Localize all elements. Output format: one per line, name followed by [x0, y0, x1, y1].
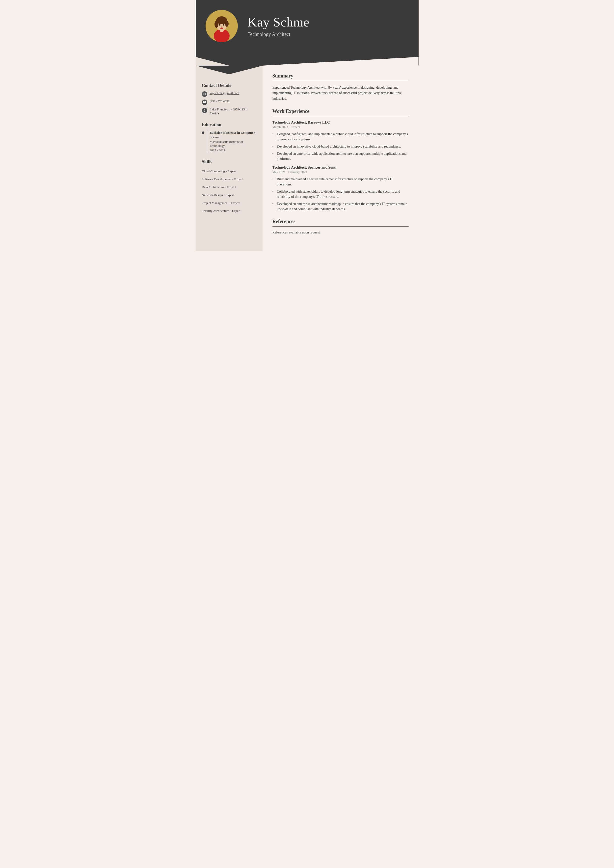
- header: Kay Schme Technology Architect: [196, 0, 418, 57]
- work-experience-section: Work Experience Technology Architect, Ba…: [272, 108, 409, 212]
- chevron-triangle: [196, 57, 263, 66]
- references-section: References References available upon req…: [272, 219, 409, 234]
- job-2: Technology Architect, Spencer and Sons M…: [272, 165, 409, 212]
- right-column: Summary Experienced Technology Architect…: [263, 66, 418, 251]
- job-1-title: Technology Architect, Barrows LLC: [272, 120, 409, 124]
- svg-point-5: [215, 21, 218, 28]
- contact-section: Contact Details ✉ kayschme@gmail.com ☎ (…: [202, 83, 256, 115]
- chevron-row: [196, 57, 418, 66]
- svg-point-9: [221, 26, 222, 27]
- edu-degree: Bachelor of Science in Computer Science: [210, 130, 256, 140]
- skill-item: Software Development - Expert: [202, 175, 256, 183]
- chevron-left: [196, 57, 263, 66]
- job-2-bullet-2: Collaborated with stakeholders to develo…: [272, 189, 409, 199]
- candidate-title: Technology Architect: [248, 31, 309, 37]
- education-heading: Education: [202, 122, 256, 127]
- contact-location: ⚲ Lake Francisco, 46974-1134, Florida: [202, 107, 256, 115]
- location-text: Lake Francisco, 46974-1134, Florida: [210, 107, 256, 115]
- skills-section: Skills Cloud Computing - Expert Software…: [202, 159, 256, 215]
- svg-point-6: [225, 21, 229, 27]
- edu-bullet-icon: [202, 132, 204, 134]
- job-1-bullet-2: Developed an innovative cloud-based arch…: [272, 144, 409, 149]
- chevron-right-fill: [263, 57, 418, 66]
- job-2-bullet-1: Built and maintained a secure data cente…: [272, 177, 409, 187]
- svg-point-10: [220, 28, 223, 29]
- edu-school: Massachusetts Institute of Technology: [210, 140, 256, 148]
- avatar: [205, 10, 238, 42]
- contact-heading: Contact Details: [202, 83, 256, 88]
- job-1: Technology Architect, Barrows LLC March …: [272, 120, 409, 161]
- job-2-dates: May 2021 - February 2023: [272, 170, 409, 174]
- candidate-name: Kay Schme: [248, 15, 309, 29]
- chevron-right: [263, 57, 418, 66]
- skills-heading: Skills: [202, 159, 256, 164]
- job-2-title: Technology Architect, Spencer and Sons: [272, 165, 409, 170]
- skills-list: Cloud Computing - Expert Software Develo…: [202, 167, 256, 215]
- work-experience-heading: Work Experience: [272, 108, 409, 114]
- contact-email: ✉ kayschme@gmail.com: [202, 91, 256, 97]
- phone-icon: ☎: [202, 99, 207, 105]
- edu-content: Bachelor of Science in Computer Science …: [207, 130, 256, 152]
- skill-item: Security Architecture - Expert: [202, 207, 256, 215]
- job-2-bullet-3: Developed an enterprise architecture roa…: [272, 201, 409, 212]
- header-text: Kay Schme Technology Architect: [248, 15, 309, 37]
- education-section: Education Bachelor of Science in Compute…: [202, 122, 256, 152]
- resume-wrapper: Kay Schme Technology Architect Contact D…: [196, 0, 418, 868]
- skill-item: Project Management - Expert: [202, 199, 256, 207]
- job-1-dates: March 2023 - Present: [272, 125, 409, 129]
- summary-text: Experienced Technology Architect with 8+…: [272, 85, 409, 101]
- summary-divider: [272, 81, 409, 81]
- education-item: Bachelor of Science in Computer Science …: [202, 130, 256, 152]
- phone-text: (251) 370 4352: [210, 99, 230, 103]
- references-text: References available upon request: [272, 231, 409, 234]
- job-1-bullet-3: Developed an enterprise-wide application…: [272, 151, 409, 161]
- skill-item: Network Design - Expert: [202, 191, 256, 199]
- contact-phone: ☎ (251) 370 4352: [202, 99, 256, 105]
- references-heading: References: [272, 219, 409, 224]
- email-icon: ✉: [202, 91, 207, 97]
- job-1-bullet-1: Designed, configured, and implemented a …: [272, 132, 409, 142]
- skill-item: Data Architecture - Expert: [202, 183, 256, 191]
- email-link[interactable]: kayschme@gmail.com: [210, 91, 239, 95]
- svg-point-8: [223, 24, 224, 26]
- job-1-bullets: Designed, configured, and implemented a …: [272, 132, 409, 161]
- work-experience-divider: [272, 116, 409, 116]
- body-section: Contact Details ✉ kayschme@gmail.com ☎ (…: [196, 66, 418, 251]
- location-icon: ⚲: [202, 108, 207, 113]
- skill-item: Cloud Computing - Expert: [202, 167, 256, 175]
- svg-point-7: [219, 24, 221, 26]
- left-col-inner: Contact Details ✉ kayschme@gmail.com ☎ (…: [202, 83, 256, 215]
- job-2-bullets: Built and maintained a secure data cente…: [272, 177, 409, 212]
- summary-section: Summary Experienced Technology Architect…: [272, 73, 409, 101]
- summary-heading: Summary: [272, 73, 409, 79]
- left-column: Contact Details ✉ kayschme@gmail.com ☎ (…: [196, 66, 263, 251]
- edu-years: 2017 - 2021: [210, 148, 256, 152]
